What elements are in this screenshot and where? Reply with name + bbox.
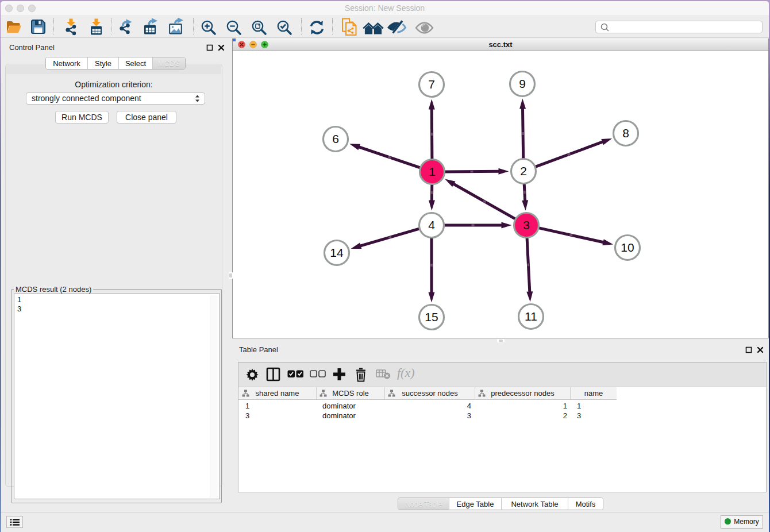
svg-text:6: 6	[332, 132, 339, 145]
svg-text:11: 11	[525, 310, 537, 323]
svg-text:4: 4	[428, 218, 435, 232]
svg-text:15: 15	[425, 310, 438, 323]
svg-text:7: 7	[428, 78, 435, 91]
svg-text:1: 1	[429, 165, 436, 178]
svg-text:3: 3	[523, 218, 530, 232]
svg-text:2: 2	[520, 164, 527, 178]
svg-text:8: 8	[622, 126, 629, 140]
svg-text:14: 14	[330, 246, 344, 259]
svg-text:9: 9	[519, 77, 526, 90]
svg-text:10: 10	[621, 241, 634, 254]
